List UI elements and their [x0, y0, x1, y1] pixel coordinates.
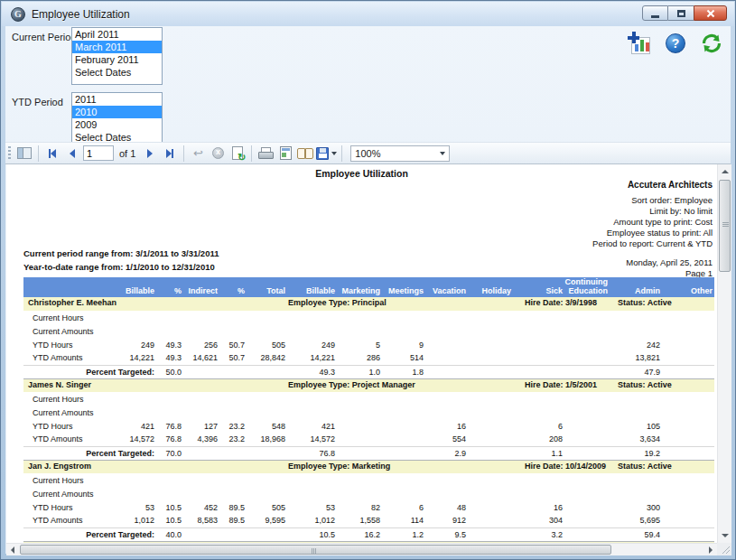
stop-rendering-button[interactable]: [209, 145, 227, 163]
title-bar[interactable]: G Employee Utilization: [2, 2, 734, 26]
table-cell: [564, 338, 610, 351]
table-cell: [183, 311, 219, 324]
column-header: Vacation: [425, 277, 468, 297]
column-header: [23, 277, 100, 297]
row-label: YTD Hours: [23, 338, 100, 351]
table-cell: 14,221: [100, 351, 156, 365]
table-cell: [219, 487, 247, 500]
listbox-option[interactable]: 2009: [72, 118, 162, 131]
horizontal-scrollbar[interactable]: [6, 543, 717, 555]
percent-targeted-row: Percent Targeted:50.049.31.01.847.9: [23, 365, 714, 378]
maximize-button[interactable]: [668, 5, 694, 21]
table-cell: [247, 365, 287, 378]
table-cell: [337, 473, 382, 487]
utilization-table: Billable%Indirect%TotalBillableMarketing…: [23, 277, 714, 543]
page-number-input[interactable]: [83, 145, 114, 161]
help-button[interactable]: ?: [664, 32, 687, 55]
table-cell: [468, 324, 513, 338]
table-cell: 554: [425, 433, 468, 446]
column-header: Indirect: [183, 277, 219, 297]
table-cell: [564, 406, 610, 419]
table-cell: [425, 324, 468, 338]
table-cell: 452: [183, 500, 219, 514]
table-cell: [337, 406, 382, 419]
vertical-scroll-thumb[interactable]: [719, 180, 731, 272]
column-header: Billable: [100, 277, 156, 297]
report-option-line: Amount type to print: Cost: [592, 217, 713, 228]
table-cell: 912: [425, 514, 468, 527]
table-cell: [219, 324, 247, 338]
table-cell: [219, 392, 247, 406]
last-page-button[interactable]: [161, 145, 179, 163]
refresh-button[interactable]: [700, 32, 723, 55]
zoom-select[interactable]: 100%: [350, 145, 450, 162]
table-cell: 1,558: [337, 514, 382, 527]
page-setup-button[interactable]: [296, 145, 314, 163]
table-cell: [183, 473, 219, 487]
table-cell: 5: [337, 338, 382, 351]
scroll-right-button[interactable]: [704, 544, 717, 555]
table-cell: [468, 365, 513, 378]
next-page-button[interactable]: [141, 145, 159, 163]
report-viewer: Employee Utilization Accutera Architects…: [6, 164, 731, 555]
table-cell: [662, 500, 714, 514]
listbox-option[interactable]: Select Dates: [72, 66, 162, 79]
row-label: Percent Targeted:: [23, 527, 156, 541]
listbox-option[interactable]: April 2011: [72, 28, 162, 41]
table-cell: 1.2: [382, 527, 425, 541]
refresh-report-button[interactable]: ↻: [228, 145, 247, 163]
table-cell: [425, 392, 468, 406]
table-cell: 127: [183, 419, 219, 433]
table-cell: 9.5: [425, 527, 468, 541]
table-cell: 70.0: [156, 446, 183, 460]
hire-date: Hire Date: 10/14/2009: [525, 462, 606, 471]
document-map-button[interactable]: [15, 145, 33, 163]
listbox-option[interactable]: 2011: [72, 93, 162, 106]
table-cell: 18,968: [247, 433, 287, 446]
row-label: Percent Targeted:: [23, 365, 156, 378]
export-button[interactable]: [316, 145, 337, 163]
vertical-scrollbar[interactable]: [717, 164, 731, 543]
row-label: Current Amounts: [23, 324, 100, 338]
table-cell: 8,583: [183, 514, 219, 527]
table-cell: [287, 324, 337, 338]
row-label: Current Hours: [23, 392, 100, 406]
table-cell: [610, 324, 662, 338]
scroll-up-button[interactable]: [718, 164, 731, 179]
listbox-option[interactable]: March 2011: [72, 41, 162, 53]
percent-targeted-row: Percent Targeted:70.076.82.91.119.2: [23, 446, 714, 460]
table-cell: [468, 527, 513, 541]
table-cell: [662, 392, 714, 406]
toolbar-grip[interactable]: [8, 146, 11, 161]
table-cell: 114: [382, 514, 425, 527]
maximize-icon: [677, 10, 685, 17]
company-name: Accutera Architects: [592, 180, 713, 191]
current-period-listbox[interactable]: April 2011March 2011February 2011Select …: [71, 27, 163, 85]
listbox-option[interactable]: 2010: [72, 106, 162, 118]
table-cell: [247, 473, 287, 487]
table-cell: [513, 324, 564, 338]
horizontal-scroll-thumb[interactable]: [20, 545, 611, 555]
chart-button[interactable]: [628, 32, 651, 55]
table-cell: [247, 311, 287, 324]
print-layout-button[interactable]: [276, 145, 294, 163]
print-button[interactable]: [256, 145, 275, 163]
listbox-option[interactable]: February 2011: [72, 53, 162, 66]
data-row: Current Amounts: [23, 406, 714, 419]
table-cell: [564, 392, 610, 406]
table-cell: 23.2: [219, 433, 247, 446]
table-cell: [287, 311, 337, 324]
scroll-left-button[interactable]: [6, 544, 19, 555]
data-row: Current Hours: [23, 473, 714, 487]
table-cell: 286: [337, 351, 382, 365]
table-cell: [662, 406, 714, 419]
back-to-parent-button[interactable]: ↩: [189, 145, 207, 163]
scroll-down-button[interactable]: [718, 528, 731, 543]
minimize-button[interactable]: [642, 5, 668, 21]
previous-page-button[interactable]: [63, 145, 81, 163]
close-button[interactable]: [694, 5, 727, 21]
first-page-button[interactable]: [43, 145, 61, 163]
table-cell: [287, 487, 337, 500]
resize-grip[interactable]: [717, 543, 731, 555]
table-cell: 40.0: [156, 527, 183, 541]
